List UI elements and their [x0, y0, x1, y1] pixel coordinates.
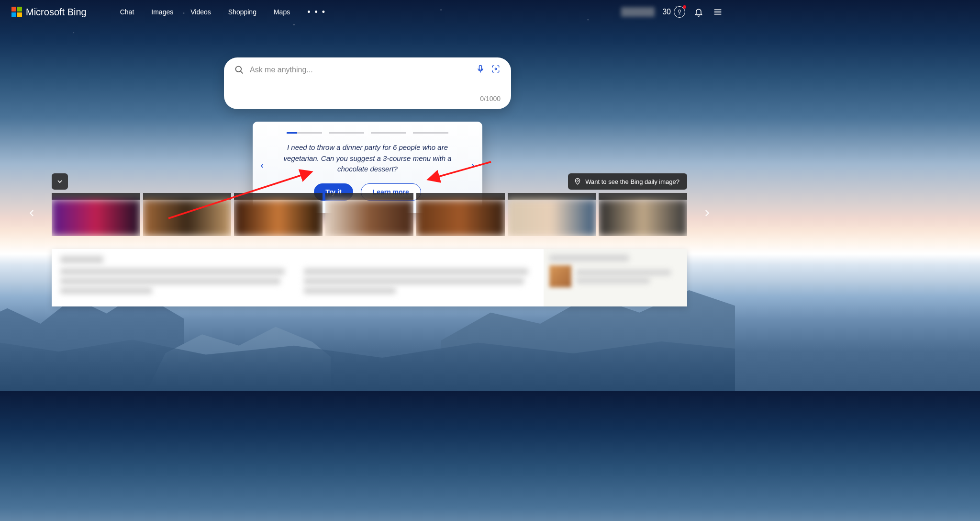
- voice-search-icon[interactable]: [476, 64, 485, 76]
- news-thumb-2[interactable]: [143, 193, 232, 236]
- notifications-icon[interactable]: [693, 6, 704, 18]
- svg-rect-1: [479, 66, 482, 70]
- nav-shopping[interactable]: Shopping: [228, 8, 256, 16]
- char-counter: 0/1000: [234, 95, 501, 102]
- nav-chat[interactable]: Chat: [120, 8, 134, 16]
- svg-point-2: [495, 68, 496, 69]
- daily-image-label: Want to see the Bing daily image?: [585, 178, 679, 185]
- expand-news-button[interactable]: [52, 173, 68, 190]
- news-thumbnail-strip: [52, 193, 687, 236]
- nav-maps[interactable]: Maps: [274, 8, 290, 16]
- chevron-down-icon: [56, 178, 64, 185]
- carousel-dot-1[interactable]: [287, 132, 322, 134]
- news-side[interactable]: [544, 249, 687, 306]
- hamburger-menu-icon[interactable]: [712, 6, 724, 18]
- news-thumb-1[interactable]: [52, 193, 140, 236]
- news-thumb-4[interactable]: [325, 193, 414, 236]
- news-thumb-3[interactable]: [234, 193, 323, 236]
- news-thumb-5[interactable]: [416, 193, 505, 236]
- search-icon: [234, 65, 244, 75]
- rewards-points: 30: [662, 8, 671, 16]
- header-right: 30: [621, 6, 724, 18]
- carousel-prev-icon[interactable]: [256, 159, 268, 176]
- nav-more-icon[interactable]: • • •: [307, 7, 326, 17]
- svg-point-5: [577, 180, 579, 181]
- brand[interactable]: Microsoft Bing: [11, 7, 87, 18]
- strip-next-icon[interactable]: [698, 201, 716, 228]
- microsoft-logo-icon: [11, 7, 22, 17]
- news-feed: [52, 249, 687, 306]
- rewards[interactable]: 30: [662, 6, 685, 18]
- brand-name: Microsoft Bing: [26, 7, 87, 18]
- carousel-dot-4[interactable]: [413, 132, 448, 134]
- rewards-badge-icon: [674, 6, 685, 18]
- carousel-dot-3[interactable]: [371, 132, 406, 134]
- account-name-blurred[interactable]: [621, 7, 655, 17]
- main-nav: Chat Images Videos Shopping Maps: [120, 8, 290, 16]
- location-pin-icon: [574, 178, 581, 185]
- svg-point-0: [236, 67, 242, 72]
- daily-image-prompt[interactable]: Want to see the Bing daily image?: [568, 173, 687, 190]
- promo-text: I need to throw a dinner party for 6 peo…: [275, 142, 460, 175]
- news-thumb-7[interactable]: [599, 193, 687, 236]
- nav-videos[interactable]: Videos: [190, 8, 211, 16]
- strip-prev-icon[interactable]: [23, 201, 41, 228]
- header: Microsoft Bing Chat Images Videos Shoppi…: [0, 0, 735, 24]
- carousel-next-icon[interactable]: [467, 159, 479, 176]
- search-input[interactable]: [250, 66, 470, 74]
- carousel-dot-2[interactable]: [329, 132, 364, 134]
- news-main[interactable]: [52, 249, 542, 306]
- visual-search-icon[interactable]: [491, 64, 501, 76]
- nav-images[interactable]: Images: [151, 8, 173, 16]
- search-box: 0/1000: [224, 57, 511, 109]
- carousel-indicators: [275, 132, 460, 134]
- news-thumb-6[interactable]: [508, 193, 596, 236]
